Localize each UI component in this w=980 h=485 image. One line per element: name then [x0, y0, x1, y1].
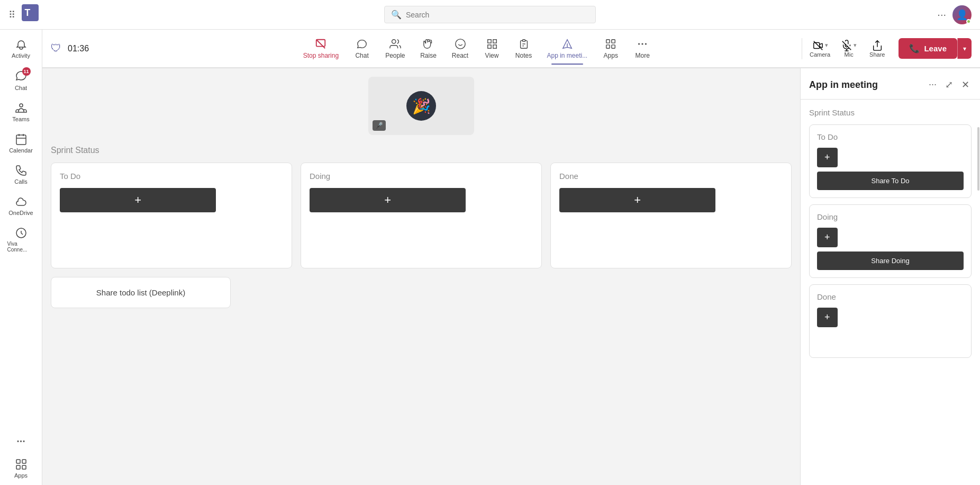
apps-button[interactable]: Apps — [596, 34, 625, 64]
svg-rect-7 — [22, 460, 26, 463]
right-panel-header: App in meeting ··· ⤢ ✕ — [801, 68, 980, 100]
right-share-todo-button[interactable]: Share To Do — [817, 172, 964, 190]
svg-rect-22 — [606, 39, 610, 42]
sidebar-item-viva-label: Viva Conne... — [7, 241, 35, 253]
sidebar: Activity 11 Chat Teams Calendar — [0, 30, 42, 485]
svg-point-12 — [392, 39, 395, 43]
right-share-doing-button[interactable]: Share Doing — [817, 252, 964, 270]
right-doing-title: Doing — [817, 212, 964, 221]
chat-button[interactable]: Chat — [347, 34, 377, 64]
video-area: 🎉 🎤 — [51, 77, 792, 135]
kanban-col-doing: Doing + — [301, 163, 542, 268]
sidebar-item-onedrive-label: OneDrive — [8, 210, 33, 216]
sidebar-item-apps-label: Apps — [14, 472, 28, 479]
panel-more-icon[interactable]: ··· — [927, 77, 939, 93]
right-doing-add-button[interactable]: + — [817, 228, 838, 247]
sidebar-item-chat-label: Chat — [15, 85, 27, 91]
right-col-doing: Doing + Share Doing — [809, 204, 972, 278]
sidebar-more-dots: ··· — [16, 435, 25, 447]
svg-rect-9 — [22, 465, 26, 469]
camera-label: Camera — [810, 51, 830, 58]
video-thumbnail: 🎉 🎤 — [368, 77, 474, 135]
leave-dropdown-button[interactable]: ▾ — [957, 38, 972, 59]
right-panel-title: App in meeting — [809, 79, 922, 91]
svg-point-27 — [642, 43, 643, 44]
svg-rect-24 — [606, 44, 610, 48]
sidebar-item-more[interactable]: ··· — [5, 431, 37, 452]
sidebar-item-apps[interactable]: Apps — [5, 454, 37, 483]
right-sprint-title: Sprint Status — [809, 108, 972, 117]
kanban-col-done: Done + — [550, 163, 792, 268]
view-button[interactable]: View — [477, 34, 507, 64]
right-panel: App in meeting ··· ⤢ ✕ Sprint Status To … — [800, 68, 980, 485]
panel-close-icon[interactable]: ✕ — [959, 77, 972, 93]
raise-button[interactable]: Raise — [414, 34, 443, 64]
sidebar-item-calls-label: Calls — [14, 178, 27, 185]
more-button[interactable]: More — [628, 34, 657, 64]
search-input[interactable] — [406, 11, 589, 19]
panel-expand-icon[interactable]: ⤢ — [943, 77, 955, 93]
svg-point-28 — [646, 43, 647, 44]
user-avatar[interactable]: 👤 — [952, 5, 972, 24]
camera-button[interactable]: ▾ Camera — [806, 37, 833, 61]
more-options-icon[interactable]: ··· — [937, 8, 946, 21]
mic-label: Mic — [845, 51, 854, 58]
share-deeplink-card[interactable]: Share todo list (Deeplink) — [51, 277, 231, 308]
done-col-title: Done — [559, 172, 783, 181]
svg-rect-23 — [612, 39, 615, 42]
sidebar-item-activity[interactable]: Activity — [5, 34, 37, 63]
svg-line-11 — [316, 39, 325, 48]
sidebar-item-onedrive[interactable]: OneDrive — [5, 191, 37, 220]
svg-rect-18 — [487, 44, 491, 48]
svg-text:T: T — [25, 7, 31, 17]
doing-col-title: Doing — [310, 172, 533, 181]
right-todo-add-button[interactable]: + — [817, 148, 838, 167]
sidebar-item-teams-label: Teams — [12, 116, 29, 122]
sidebar-item-calls[interactable]: Calls — [5, 160, 37, 189]
notes-button[interactable]: Notes — [509, 34, 539, 64]
stop-sharing-button[interactable]: Stop sharing — [297, 34, 345, 64]
call-timer: 01:36 — [68, 44, 89, 53]
svg-rect-8 — [16, 465, 20, 469]
share-label: Share — [869, 51, 885, 58]
svg-point-13 — [455, 39, 465, 48]
sprint-board: Sprint Status To Do + Doing + — [51, 146, 792, 477]
shield-icon: 🛡 — [51, 42, 61, 55]
react-button[interactable]: React — [446, 34, 475, 64]
todo-add-button[interactable]: + — [60, 188, 216, 212]
svg-point-26 — [639, 43, 640, 44]
sidebar-item-calendar-label: Calendar — [9, 147, 33, 154]
teams-logo: T — [22, 4, 39, 21]
sidebar-item-calendar[interactable]: Calendar — [5, 129, 37, 158]
svg-rect-1 — [16, 135, 26, 145]
kanban-columns: To Do + Doing + Done + — [51, 163, 792, 268]
todo-col-title: To Do — [60, 172, 283, 181]
grid-dots-icon[interactable]: ⠿ — [8, 9, 15, 21]
doing-add-button[interactable]: + — [310, 188, 466, 212]
app-in-meeting-button[interactable]: App in meeti... — [541, 34, 594, 64]
svg-rect-17 — [493, 39, 496, 42]
sprint-title: Sprint Status — [51, 146, 792, 155]
svg-rect-25 — [612, 44, 615, 48]
right-panel-content: Sprint Status To Do + Share To Do Doing … — [801, 100, 980, 485]
svg-rect-16 — [487, 39, 491, 42]
share-button[interactable]: Share — [864, 37, 890, 61]
sidebar-item-chat[interactable]: 11 Chat — [5, 65, 37, 95]
right-col-done: Done + Share Done — [809, 284, 972, 358]
search-icon: 🔍 — [391, 10, 402, 20]
leave-button-group: 📞 Leave ▾ — [894, 38, 972, 59]
sidebar-item-activity-label: Activity — [12, 52, 30, 59]
right-todo-title: To Do — [817, 132, 964, 141]
svg-rect-6 — [16, 460, 20, 463]
people-button[interactable]: People — [379, 34, 411, 64]
sidebar-item-viva[interactable]: Viva Conne... — [5, 222, 37, 257]
mic-muted-badge: 🎤 — [373, 120, 386, 131]
right-done-title: Done — [817, 292, 964, 301]
leave-button[interactable]: 📞 Leave — [899, 38, 957, 59]
svg-rect-19 — [493, 44, 496, 48]
done-add-button[interactable]: + — [559, 188, 715, 212]
mic-button[interactable]: ▾ Mic — [838, 37, 860, 61]
right-done-add-button[interactable]: + — [817, 308, 838, 327]
right-col-todo: To Do + Share To Do — [809, 124, 972, 198]
sidebar-item-teams[interactable]: Teams — [5, 97, 37, 127]
